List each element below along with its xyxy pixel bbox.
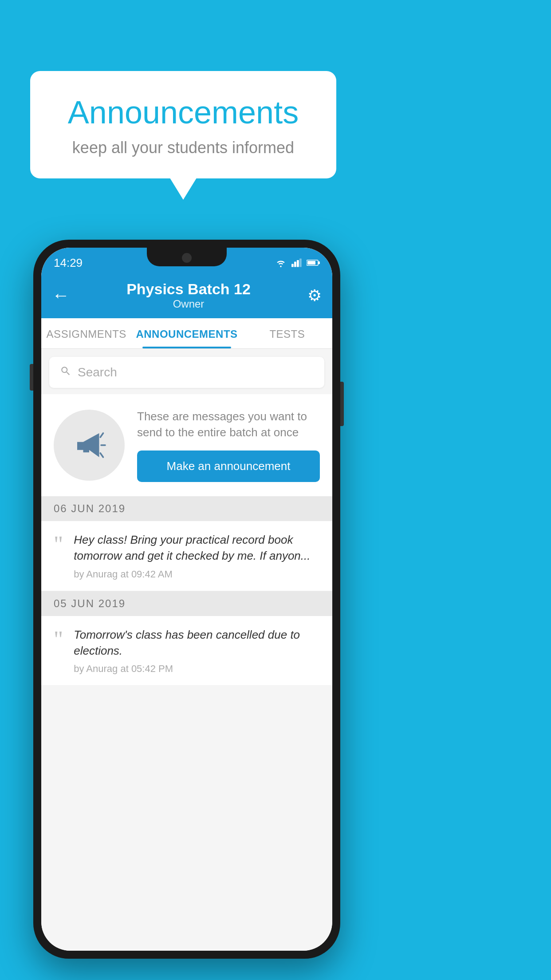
- tab-assignments[interactable]: ASSIGNMENTS: [41, 318, 131, 348]
- app-header: ← Physics Batch 12 Owner ⚙: [41, 274, 332, 318]
- empty-state-description: These are messages you want to send to t…: [137, 408, 320, 441]
- svg-rect-3: [299, 258, 302, 267]
- announcement-item-1[interactable]: " Hey class! Bring your practical record…: [41, 521, 332, 591]
- svg-rect-5: [318, 261, 320, 264]
- speech-bubble-title: Announcements: [51, 94, 315, 130]
- phone-volume-button: [30, 364, 33, 391]
- status-time: 14:29: [54, 256, 83, 270]
- tab-tests[interactable]: TESTS: [242, 318, 332, 348]
- announcement-text-1: Hey class! Bring your practical record b…: [74, 532, 320, 580]
- header-title-block: Physics Batch 12 Owner: [126, 281, 251, 310]
- content-area: Search These ar: [41, 349, 332, 951]
- search-icon: [60, 365, 71, 380]
- phone-notch: [147, 248, 227, 266]
- search-placeholder: Search: [78, 365, 117, 379]
- date-divider-1: 06 JUN 2019: [41, 496, 332, 521]
- phone-mockup: 14:29: [33, 240, 340, 959]
- quote-icon-2: ": [54, 630, 63, 649]
- announcement-message-1: Hey class! Bring your practical record b…: [74, 532, 320, 564]
- svg-rect-0: [291, 264, 294, 267]
- svg-rect-6: [307, 261, 315, 265]
- back-button[interactable]: ←: [52, 285, 70, 305]
- settings-button[interactable]: ⚙: [307, 286, 322, 305]
- announcement-meta-1: by Anurag at 09:42 AM: [74, 569, 320, 580]
- phone-power-button: [340, 382, 344, 426]
- quote-icon-1: ": [54, 535, 63, 554]
- speech-bubble-wrapper: Announcements keep all your students inf…: [30, 71, 336, 178]
- speech-bubble-subtitle: keep all your students informed: [51, 138, 315, 157]
- date-divider-2: 05 JUN 2019: [41, 591, 332, 616]
- announcement-icon-circle: [54, 410, 125, 481]
- battery-icon: [307, 258, 320, 268]
- svg-rect-1: [294, 262, 296, 267]
- search-bar[interactable]: Search: [49, 357, 324, 388]
- tab-bar: ASSIGNMENTS ANNOUNCEMENTS TESTS: [41, 318, 332, 349]
- status-icons: [275, 258, 320, 268]
- wifi-icon: [275, 258, 287, 268]
- signal-icon: [291, 258, 302, 268]
- announcement-item-2[interactable]: " Tomorrow's class has been cancelled du…: [41, 616, 332, 686]
- empty-state-card: These are messages you want to send to t…: [41, 394, 332, 496]
- announcement-message-2: Tomorrow's class has been cancelled due …: [74, 627, 320, 659]
- empty-state-content: These are messages you want to send to t…: [137, 408, 320, 482]
- svg-line-9: [100, 453, 103, 457]
- phone-camera: [182, 253, 192, 263]
- svg-line-7: [100, 433, 103, 437]
- speech-bubble: Announcements keep all your students inf…: [30, 71, 336, 178]
- svg-rect-2: [297, 260, 299, 267]
- announcement-text-2: Tomorrow's class has been cancelled due …: [74, 627, 320, 675]
- announcement-meta-2: by Anurag at 05:42 PM: [74, 663, 320, 675]
- batch-title: Physics Batch 12: [126, 281, 251, 298]
- phone-screen: 14:29: [41, 248, 332, 951]
- make-announcement-button[interactable]: Make an announcement: [137, 450, 320, 482]
- tab-announcements[interactable]: ANNOUNCEMENTS: [131, 318, 242, 348]
- batch-subtitle: Owner: [126, 298, 251, 310]
- megaphone-icon: [69, 425, 109, 465]
- phone-outer: 14:29: [33, 240, 340, 959]
